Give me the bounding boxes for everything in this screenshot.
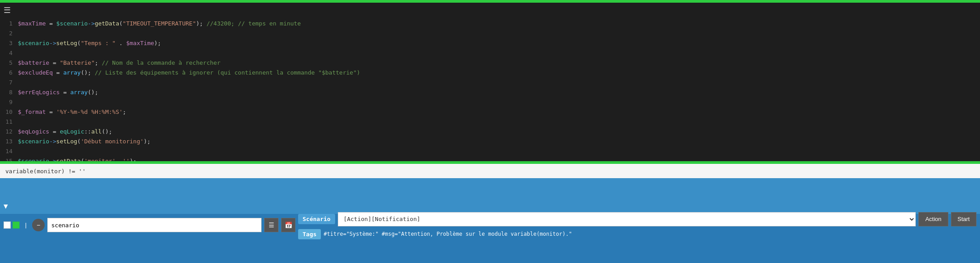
- line-number: 4: [0, 48, 18, 58]
- cursor-text: |: [22, 222, 29, 229]
- checkbox-2[interactable]: [12, 221, 20, 229]
- line-content: $scenario->setData('monitor', '');: [18, 156, 137, 161]
- editor-header: ☰: [0, 3, 980, 17]
- action-row: | − ☰ 📅 Scénario [Action][Notification] …: [0, 214, 980, 236]
- code-line: 7: [0, 78, 980, 88]
- line-number: 15: [0, 156, 18, 161]
- line-number: 5: [0, 58, 18, 68]
- line-content: $maxTime = $scenario->getData("TIMEOUT_T…: [18, 19, 301, 29]
- scenario-value-select[interactable]: [Action][Notification]: [338, 212, 916, 226]
- chevron-down-icon[interactable]: ▼: [4, 202, 8, 210]
- code-area: 1$maxTime = $scenario->getData("TIMEOUT_…: [0, 17, 980, 161]
- list-icon-button[interactable]: ☰: [264, 218, 278, 232]
- checkbox-group: [4, 221, 20, 229]
- line-content: $eqLogics = eqLogic::all();: [18, 127, 112, 137]
- line-number: 14: [0, 146, 18, 156]
- line-number: 2: [0, 29, 18, 38]
- code-line: 15$scenario->setData('monitor', '');: [0, 156, 980, 161]
- code-line: 14: [0, 146, 980, 156]
- bottom-row: | − ☰ 📅 Scénario [Action][Notification] …: [0, 214, 980, 263]
- line-number: 10: [0, 107, 18, 117]
- condition-row: variable(monitor) != '': [0, 164, 980, 178]
- calendar-icon-button[interactable]: 📅: [281, 218, 295, 232]
- line-number: 7: [0, 78, 18, 88]
- action-button[interactable]: Action: [918, 212, 948, 226]
- code-line: 6$excludeEq = array(); // Liste des équi…: [0, 68, 980, 78]
- checkbox-1[interactable]: [4, 221, 11, 229]
- line-content: $_format = '%Y-%m-%d %H:%M:%S';: [18, 107, 126, 117]
- tags-value: #titre="Système:" #msg="Attention, Probl…: [324, 231, 976, 237]
- line-number: 9: [0, 97, 18, 107]
- line-number: 1: [0, 19, 18, 29]
- code-line: 4: [0, 48, 980, 58]
- line-number: 8: [0, 88, 18, 97]
- line-content: $batterie = "Batterie"; // Nom de la com…: [18, 58, 220, 68]
- code-line: 10$_format = '%Y-%m-%d %H:%M:%S';: [0, 107, 980, 117]
- line-number: 12: [0, 127, 18, 137]
- condition-text: variable(monitor) != '': [5, 168, 86, 175]
- code-line: 5$batterie = "Batterie"; // Nom de la co…: [0, 58, 980, 68]
- line-number: 13: [0, 137, 18, 146]
- tags-label: Tags: [298, 229, 321, 239]
- start-button[interactable]: Start: [951, 212, 976, 226]
- code-line: 2: [0, 29, 980, 38]
- line-content: $scenario->setLog("Temps : " . $maxTime)…: [18, 38, 161, 48]
- scenario-label: Scénario: [298, 214, 335, 224]
- scenario-input[interactable]: [47, 218, 262, 232]
- line-content: $scenario->setLog('Début monitoring');: [18, 137, 150, 146]
- line-number: 11: [0, 117, 18, 127]
- line-number: 3: [0, 38, 18, 48]
- scenario-row: Scénario [Action][Notification] Action S…: [298, 210, 976, 228]
- hamburger-icon[interactable]: ☰: [4, 5, 11, 15]
- line-content: $excludeEq = array(); // Liste des équip…: [18, 68, 360, 78]
- code-line: 9: [0, 97, 980, 107]
- scenario-tags-section: Scénario [Action][Notification] Action S…: [298, 210, 976, 240]
- code-line: 3$scenario->setLog("Temps : " . $maxTime…: [0, 38, 980, 48]
- code-line: 12$eqLogics = eqLogic::all();: [0, 127, 980, 137]
- code-editor: ☰ 1$maxTime = $scenario->getData("TIMEOU…: [0, 3, 980, 161]
- minus-circle-button[interactable]: −: [32, 219, 45, 231]
- middle-section: ▼: [0, 178, 980, 214]
- code-line: 11: [0, 117, 980, 127]
- code-line: 13$scenario->setLog('Début monitoring');: [0, 137, 980, 146]
- tags-row: Tags #titre="Système:" #msg="Attention, …: [298, 228, 976, 240]
- line-content: $errEqLogics = array();: [18, 88, 98, 97]
- code-line: 8$errEqLogics = array();: [0, 88, 980, 97]
- code-line: 1$maxTime = $scenario->getData("TIMEOUT_…: [0, 19, 980, 29]
- line-number: 6: [0, 68, 18, 78]
